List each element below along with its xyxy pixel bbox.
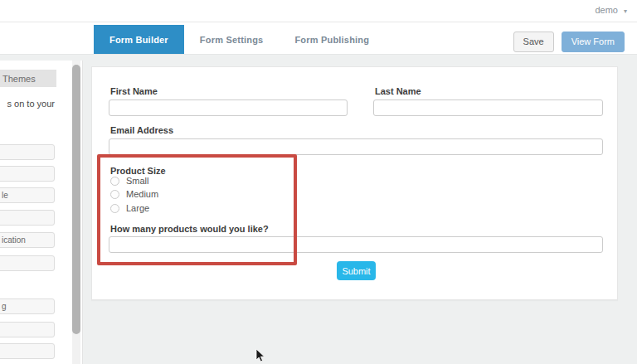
view-form-button[interactable]: View Form	[562, 32, 625, 52]
field-type-button[interactable]	[0, 255, 55, 271]
user-menu-label: demo	[595, 5, 618, 15]
quantity-label: How many products would you like?	[110, 224, 269, 234]
sidebar-fields-panel: Themes s on to your le ication g	[0, 61, 83, 364]
sidebar-scrollbar[interactable]	[72, 61, 80, 364]
top-bar: demo ▾	[0, 0, 637, 22]
email-label: Email Address	[110, 125, 173, 135]
scrollbar-thumb[interactable]	[72, 65, 80, 334]
field-type-button[interactable]: le	[0, 187, 55, 203]
field-type-button[interactable]: ication	[0, 232, 55, 248]
first-name-input[interactable]	[109, 99, 348, 116]
email-input[interactable]	[109, 138, 603, 155]
submit-button[interactable]: Submit	[337, 261, 376, 280]
radio-option-large[interactable]: Large	[110, 203, 149, 213]
last-name-label: Last Name	[375, 86, 421, 96]
field-type-button[interactable]	[0, 322, 55, 337]
toolbar: Form Builder Form Settings Form Publishi…	[0, 22, 637, 55]
radio-option-label: Medium	[126, 189, 158, 199]
quantity-input[interactable]	[109, 236, 603, 253]
form-canvas: First Name Last Name Email Address Produ…	[91, 66, 618, 300]
last-name-input[interactable]	[373, 99, 603, 116]
toolbar-actions: Save View Form	[513, 32, 625, 52]
field-type-button[interactable]: g	[0, 298, 55, 314]
sidebar-tab-themes[interactable]: Themes	[0, 70, 56, 87]
radio-option-label: Large	[126, 203, 149, 213]
field-type-button[interactable]	[0, 166, 55, 182]
tab-form-settings[interactable]: Form Settings	[184, 25, 280, 54]
sidebar-hint-text: s on to your	[0, 99, 55, 109]
product-size-label: Product Size	[110, 166, 166, 176]
tab-form-publishing[interactable]: Form Publishing	[279, 25, 385, 54]
save-button[interactable]: Save	[513, 32, 554, 52]
first-name-label: First Name	[110, 86, 158, 96]
field-type-button[interactable]	[0, 144, 55, 160]
field-type-button[interactable]	[0, 210, 55, 226]
user-account-menu[interactable]: demo ▾	[595, 5, 627, 15]
radio-option-label: Small	[126, 176, 149, 186]
radio-button-icon[interactable]	[110, 190, 119, 199]
radio-button-icon[interactable]	[110, 177, 119, 186]
tab-form-builder[interactable]: Form Builder	[94, 25, 184, 54]
field-type-button[interactable]	[0, 343, 55, 359]
chevron-down-icon: ▾	[624, 7, 627, 15]
tab-bar: Form Builder Form Settings Form Publishi…	[94, 25, 385, 54]
mouse-cursor-icon	[255, 348, 265, 364]
radio-option-medium[interactable]: Medium	[110, 189, 158, 199]
radio-button-icon[interactable]	[110, 204, 119, 213]
radio-option-small[interactable]: Small	[110, 176, 149, 186]
